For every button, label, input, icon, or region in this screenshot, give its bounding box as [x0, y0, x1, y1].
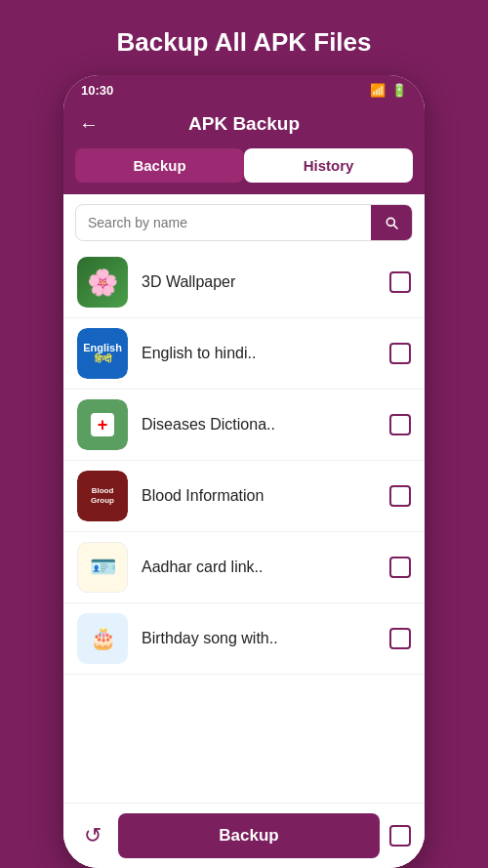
checkbox-birthday[interactable]: [389, 628, 411, 649]
app-name: Diseases Dictiona..: [142, 416, 376, 434]
wifi-icon: 📶: [370, 83, 386, 98]
content-area: 3D Wallpaper English हिन्दी English to h…: [63, 194, 425, 868]
bottom-bar: ↺ Backup: [63, 803, 425, 868]
search-input[interactable]: [76, 205, 371, 240]
app-icon-birthday: [77, 613, 128, 664]
tab-history[interactable]: History: [244, 148, 413, 183]
app-icon-wallpaper: [77, 257, 128, 308]
checkbox-aadhar[interactable]: [389, 557, 411, 578]
app-name: English to hindi..: [142, 345, 376, 362]
select-all-checkbox[interactable]: [389, 825, 411, 847]
app-list: 3D Wallpaper English हिन्दी English to h…: [63, 247, 425, 803]
app-icon-diseases: +: [77, 399, 128, 450]
app-name: Blood Information: [142, 487, 376, 505]
checkbox-blood[interactable]: [389, 485, 411, 507]
tab-backup[interactable]: Backup: [75, 148, 244, 183]
refresh-button[interactable]: ↺: [77, 820, 108, 851]
list-item: + Diseases Dictiona..: [63, 390, 425, 461]
checkbox-diseases[interactable]: [389, 414, 411, 435]
tab-container: Backup History: [63, 148, 425, 194]
page-title: Backup All APK Files: [97, 0, 390, 75]
status-bar: 10:30 📶 🔋: [63, 75, 425, 103]
backup-button[interactable]: Backup: [118, 813, 380, 858]
back-button[interactable]: ←: [79, 113, 99, 136]
phone-frame: 10:30 📶 🔋 ← APK Backup Backup History: [63, 75, 425, 868]
search-bar: [75, 204, 413, 241]
list-item: English हिन्दी English to hindi..: [63, 318, 425, 390]
list-item: 3D Wallpaper: [63, 247, 425, 318]
battery-icon: 🔋: [391, 83, 407, 98]
list-item: Aadhar card link..: [63, 532, 425, 603]
app-icon-blood: BloodGroup: [77, 471, 128, 521]
app-name: Birthday song with..: [142, 630, 376, 647]
list-item: Birthday song with..: [63, 603, 425, 675]
checkbox-english[interactable]: [389, 343, 411, 364]
app-name: 3D Wallpaper: [142, 273, 376, 291]
search-button[interactable]: [371, 205, 412, 240]
app-name: Aadhar card link..: [142, 558, 376, 576]
status-icons: 📶 🔋: [370, 83, 407, 98]
checkbox-wallpaper[interactable]: [389, 271, 411, 293]
app-title: APK Backup: [188, 113, 300, 135]
app-icon-english: English हिन्दी: [77, 328, 128, 379]
status-time: 10:30: [81, 83, 113, 98]
list-item: BloodGroup Blood Information: [63, 461, 425, 532]
app-header: ← APK Backup: [63, 103, 425, 148]
search-icon: [384, 215, 399, 230]
app-icon-aadhar: [77, 542, 128, 593]
